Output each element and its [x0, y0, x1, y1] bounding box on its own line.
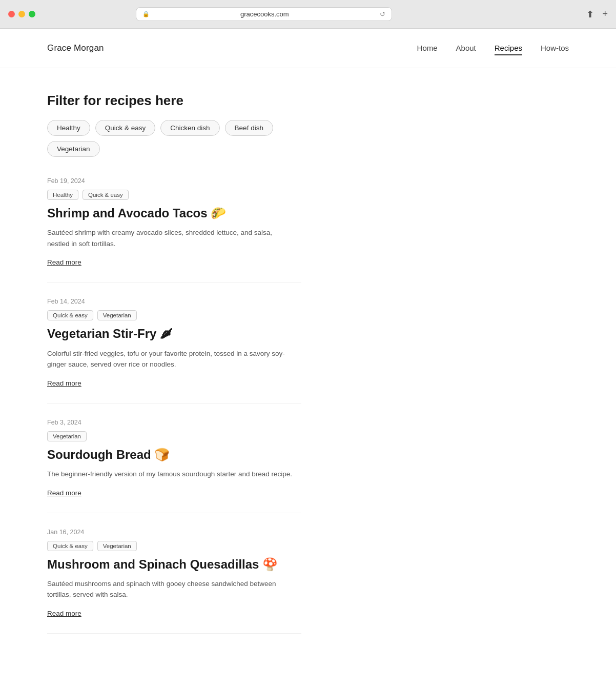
recipe-date: Jan 16, 2024: [47, 529, 301, 536]
recipe-tag: Quick & easy: [83, 190, 129, 200]
recipe-tags: Vegetarian: [47, 431, 301, 441]
recipe-description: Sautéed mushrooms and spinach with gooey…: [47, 578, 293, 600]
recipe-title: Sourdough Bread 🍞: [47, 447, 301, 462]
recipe-description: The beginner-friendly version of my famo…: [47, 469, 293, 480]
recipe-tag: Vegetarian: [97, 310, 137, 320]
recipe-tag: Vegetarian: [97, 541, 137, 551]
close-button[interactable]: [8, 11, 15, 17]
recipe-tag: Healthy: [47, 190, 78, 200]
address-bar[interactable]: 🔒 gracecooks.com ↺: [136, 7, 392, 21]
recipe-title: Mushroom and Spinach Quesadillas 🍄: [47, 556, 301, 572]
read-more-link[interactable]: Read more: [47, 489, 81, 497]
filter-tags: Healthy Quick & easy Chicken dish Beef d…: [47, 120, 301, 157]
main-content: Filter for recipes here Healthy Quick & …: [0, 68, 348, 658]
recipe-tag: Quick & easy: [47, 541, 93, 551]
recipe-description: Sautéed shrimp with creamy avocado slice…: [47, 227, 293, 249]
nav-link-howtos[interactable]: How-tos: [541, 44, 569, 54]
recipe-tags: Quick & easy Vegetarian: [47, 541, 301, 551]
recipe-entry: Jan 16, 2024 Quick & easy Vegetarian Mus…: [47, 513, 301, 634]
url-text: gracecooks.com: [154, 10, 376, 18]
browser-chrome: 🔒 gracecooks.com ↺ ⬆ +: [0, 0, 616, 29]
recipe-date: Feb 14, 2024: [47, 298, 301, 305]
minimize-button[interactable]: [18, 11, 25, 17]
recipe-entry: Feb 3, 2024 Vegetarian Sourdough Bread 🍞…: [47, 403, 301, 513]
read-more-link[interactable]: Read more: [47, 379, 81, 387]
filter-tag-vegetarian[interactable]: Vegetarian: [47, 141, 100, 157]
nav-links: Home About Recipes How-tos: [417, 44, 569, 53]
recipe-tags: Quick & easy Vegetarian: [47, 310, 301, 320]
site-nav: Grace Morgan Home About Recipes How-tos: [0, 29, 616, 68]
recipe-entry: Feb 19, 2024 Healthy Quick & easy Shrimp…: [47, 177, 301, 282]
nav-link-about[interactable]: About: [456, 44, 476, 54]
filter-tag-quick-easy[interactable]: Quick & easy: [95, 120, 156, 136]
read-more-link[interactable]: Read more: [47, 258, 81, 266]
filter-tag-beef[interactable]: Beef dish: [225, 120, 273, 136]
recipe-tag: Quick & easy: [47, 310, 93, 320]
share-icon[interactable]: ⬆: [586, 9, 594, 20]
recipe-title: Vegetarian Stir-Fry 🌶: [47, 326, 301, 341]
refresh-icon[interactable]: ↺: [380, 10, 385, 18]
nav-link-recipes[interactable]: Recipes: [495, 44, 522, 55]
recipe-title: Shrimp and Avocado Tacos 🌮: [47, 205, 301, 221]
read-more-link[interactable]: Read more: [47, 610, 81, 617]
new-tab-icon[interactable]: +: [602, 9, 608, 20]
recipe-tags: Healthy Quick & easy: [47, 190, 301, 200]
recipe-date: Feb 3, 2024: [47, 419, 301, 426]
site-logo: Grace Morgan: [47, 43, 104, 53]
lock-icon: 🔒: [142, 11, 150, 17]
filter-title: Filter for recipes here: [47, 93, 301, 109]
recipe-list: Feb 19, 2024 Healthy Quick & easy Shrimp…: [47, 177, 301, 634]
traffic-lights: [8, 11, 35, 17]
nav-link-home[interactable]: Home: [417, 44, 438, 54]
filter-tag-chicken[interactable]: Chicken dish: [160, 120, 219, 136]
recipe-entry: Feb 14, 2024 Quick & easy Vegetarian Veg…: [47, 282, 301, 403]
recipe-tag: Vegetarian: [47, 431, 87, 441]
recipe-date: Feb 19, 2024: [47, 177, 301, 185]
website: Grace Morgan Home About Recipes How-tos …: [0, 29, 616, 687]
maximize-button[interactable]: [29, 11, 35, 17]
recipe-description: Colorful stir-fried veggies, tofu or you…: [47, 348, 293, 370]
filter-tag-healthy[interactable]: Healthy: [47, 120, 90, 136]
browser-actions: ⬆ +: [586, 9, 608, 20]
